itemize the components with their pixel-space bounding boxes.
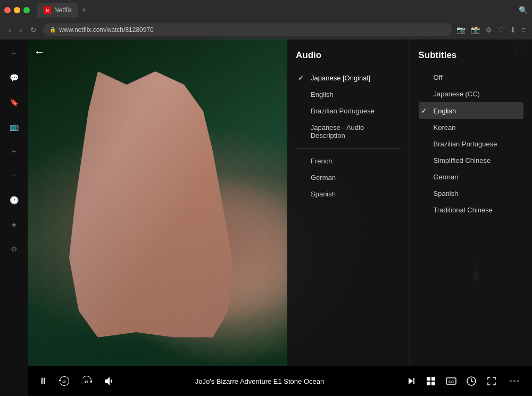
audio-subtitles-panel: Audio ✓ Japanese [Original] English Braz… <box>287 39 532 366</box>
subtitle-item-simplified-chinese[interactable]: Simplified Chinese <box>419 152 524 169</box>
forward-button[interactable]: › <box>18 24 24 35</box>
audio-item-brazilian-portuguese[interactable]: Brazilian Portuguese <box>296 103 401 119</box>
tab-netflix[interactable]: N Netflix <box>37 3 78 18</box>
sidebar-icon-nav[interactable]: ← <box>6 46 21 61</box>
heart-icon[interactable]: ♡ <box>497 26 504 34</box>
video-frame: ← 🚩 原 作 荒木飛呂彦 （集英社） Audio ✓ Japanese [Or… <box>28 39 532 366</box>
subtitle-item-spanish[interactable]: Spanish <box>419 185 524 202</box>
audio-item-german[interactable]: German <box>296 169 401 186</box>
volume-button[interactable] <box>101 374 116 389</box>
new-tab-button[interactable]: + <box>78 5 89 15</box>
audio-item-spanish[interactable]: Spanish <box>296 186 401 202</box>
audio-header: Audio <box>296 50 401 61</box>
toolbar-icons: 📷 📸 ⚙ ♡ ⬇ ≡ <box>456 26 526 34</box>
svg-text:10: 10 <box>62 380 66 383</box>
url-text: www.netflix.com/watch/81280970 <box>59 26 153 34</box>
netflix-favicon: N <box>44 6 51 14</box>
settings-icon[interactable]: ⚙ <box>485 26 492 34</box>
audio-item-french[interactable]: French <box>296 153 401 169</box>
url-bar[interactable]: 🔒 www.netflix.com/watch/81280970 <box>43 23 452 36</box>
subtitles-cc-button[interactable]: CC <box>444 374 459 389</box>
sidebar-icon-add[interactable]: + <box>6 144 21 159</box>
audio-item-label: Japanese [Original] <box>311 74 370 82</box>
video-title: JoJo's Bizarre Adventure E1 Stone Ocean <box>122 377 397 385</box>
play-pause-button[interactable]: ⏸ <box>36 374 50 389</box>
audio-item-label: German <box>311 174 336 182</box>
more-dot-1 <box>510 380 512 382</box>
browser-window: N Netflix + 🔍 ‹ › ↻ 🔒 www.netflix.com/wa… <box>0 0 532 396</box>
subtitle-item-brazilian-portuguese[interactable]: Brazilian Portuguese <box>419 136 524 152</box>
subtitles-header: Subtitles <box>419 50 524 61</box>
subtitle-item-traditional-chinese[interactable]: Traditional Chinese <box>419 202 524 218</box>
tab-title: Netflix <box>54 6 72 14</box>
audio-item-japanese-ad[interactable]: Japanese - Audio Description <box>296 119 401 144</box>
browser-search-icon[interactable]: 🔍 <box>519 6 528 14</box>
episodes-button[interactable] <box>423 374 438 389</box>
audio-item-english[interactable]: English <box>296 86 401 103</box>
more-options-button[interactable] <box>505 378 523 384</box>
more-dot-2 <box>513 380 516 382</box>
minimize-dot[interactable] <box>14 7 20 13</box>
download-icon[interactable]: ⬇ <box>510 26 516 34</box>
next-episode-button[interactable] <box>403 374 418 389</box>
reload-button[interactable]: ↻ <box>28 24 39 35</box>
video-back-button[interactable]: ← <box>34 46 45 58</box>
fullscreen-button[interactable] <box>484 374 499 389</box>
sidebar-icon-chat[interactable]: 💬 <box>6 70 21 85</box>
subtitle-item-korean[interactable]: Korean <box>419 119 524 136</box>
sidebar-icon-settings[interactable]: ⚙ <box>6 242 21 257</box>
subtitle-item-label: Off <box>434 73 443 81</box>
subtitle-item-label: Simplified Chinese <box>434 156 491 164</box>
audio-item-label: English <box>311 90 334 98</box>
check-icon: ✓ <box>421 106 429 115</box>
sidebar-icon-twitch[interactable]: 📺 <box>6 119 21 134</box>
tab-bar: N Netflix + <box>37 3 90 18</box>
audio-item-label: French <box>311 157 332 165</box>
audio-divider <box>296 148 401 148</box>
svg-text:CC: CC <box>448 380 454 384</box>
subtitle-item-label: Spanish <box>434 189 459 197</box>
menu-icon[interactable]: ≡ <box>521 26 526 34</box>
subtitle-item-japanese-cc[interactable]: Japanese (CC) <box>419 86 524 102</box>
sidebar-icon-star[interactable]: ★ <box>6 217 21 232</box>
forward-10-button[interactable]: 10 <box>79 373 95 389</box>
subtitle-item-label: Brazilian Portuguese <box>434 140 497 148</box>
sidebar-icon-minus[interactable]: − <box>6 168 21 183</box>
subtitle-item-label: English <box>434 107 456 115</box>
bookmark-icon[interactable]: 📷 <box>456 26 466 34</box>
audio-item-japanese-original[interactable]: ✓ Japanese [Original] <box>296 69 401 86</box>
subtitle-item-label: Japanese (CC) <box>434 90 480 98</box>
subtitles-column: Subtitles Off Japanese (CC) ✓ English <box>410 39 533 366</box>
player-controls: ⏸ 10 10 <box>28 366 532 396</box>
svg-rect-5 <box>431 382 435 385</box>
check-icon: ✓ <box>298 73 306 82</box>
subtitle-item-label: Korean <box>434 123 456 131</box>
speed-button[interactable] <box>464 374 479 389</box>
main-content: ← 💬 🔖 📺 + − 🕐 ★ ⚙ ← 🚩 原 <box>0 39 532 396</box>
traffic-lights <box>4 7 30 13</box>
audio-item-label: Spanish <box>311 190 336 198</box>
subtitle-item-german[interactable]: German <box>419 169 524 185</box>
title-bar: N Netflix + 🔍 <box>0 0 532 20</box>
subtitle-item-label: German <box>434 173 459 181</box>
player-area: ← 🚩 原 作 荒木飛呂彦 （集英社） Audio ✓ Japanese [Or… <box>28 39 532 396</box>
svg-rect-3 <box>431 377 435 381</box>
subtitle-item-english[interactable]: ✓ English <box>419 102 524 119</box>
subtitle-item-off[interactable]: Off <box>419 69 524 86</box>
audio-item-label: Brazilian Portuguese <box>311 107 375 115</box>
more-dot-3 <box>517 380 519 382</box>
subtitle-item-label: Traditional Chinese <box>434 206 493 214</box>
replay-10-button[interactable]: 10 <box>56 373 72 389</box>
sidebar: ← 💬 🔖 📺 + − 🕐 ★ ⚙ <box>0 39 28 396</box>
svg-rect-4 <box>427 382 430 385</box>
svg-rect-2 <box>427 377 430 381</box>
maximize-dot[interactable] <box>23 7 30 13</box>
sidebar-icon-clock[interactable]: 🕐 <box>6 193 21 208</box>
screenshot-icon[interactable]: 📸 <box>471 26 480 34</box>
back-button[interactable]: ‹ <box>6 24 13 35</box>
sidebar-icon-bookmark[interactable]: 🔖 <box>6 95 21 110</box>
audio-item-label: Japanese - Audio Description <box>311 123 399 139</box>
close-dot[interactable] <box>4 7 11 13</box>
right-controls: CC <box>403 374 499 389</box>
audio-column: Audio ✓ Japanese [Original] English Braz… <box>287 39 410 366</box>
